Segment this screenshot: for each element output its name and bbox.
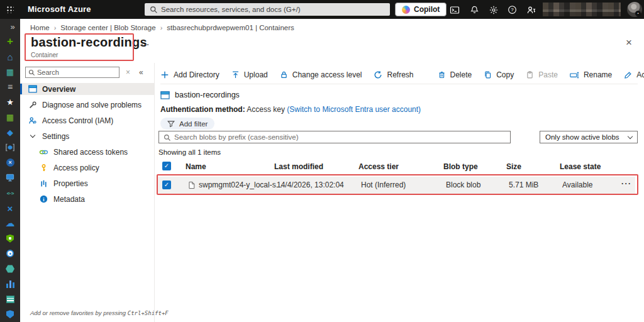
nav-item-access-control[interactable]: Access Control (IAM) [20,114,154,126]
close-icon[interactable]: × [626,37,632,48]
nav-item-access-policy[interactable]: Access policy [20,162,154,174]
nav-search-clear-icon[interactable]: × [126,68,130,77]
copilot-button[interactable]: Copilot [395,3,447,16]
chevron-down-icon [628,134,633,139]
pen-icon [624,71,632,79]
link-chain-icon [39,147,48,157]
col-header-name[interactable]: Name [186,162,206,171]
cross-connection-icon[interactable]: × [0,201,20,216]
auth-method-label: Authentication method: [160,105,245,114]
paste-icon [526,70,534,79]
delete-button[interactable]: Delete [438,70,472,79]
blob-state-dropdown[interactable]: Only show active blobs [540,131,638,143]
rename-icon [570,71,579,79]
toolbar-divider-line [160,84,638,84]
nav-item-diagnose[interactable]: Diagnose and solve problems [20,99,154,111]
container-icon [160,91,170,99]
nav-group-settings[interactable]: Settings [20,130,154,142]
col-header-size[interactable]: Size [506,162,521,171]
overview-icon [28,84,37,94]
nav-item-properties[interactable]: Properties [20,177,154,189]
blob-name-link[interactable]: swpmgmt024-y_local-s... [188,180,282,189]
cloud-shell-icon[interactable] [449,4,460,15]
notifications-bell-icon[interactable] [469,4,480,15]
svg-text:?: ? [511,7,514,13]
breadcrumb-storage-account[interactable]: stbasrechubprdwepwem01 | Containers [167,24,294,31]
nav-search[interactable] [25,67,119,78]
resource-nav: × « Overview Diagnose and solve problems… [20,63,155,322]
expand-rail-icon[interactable]: » [5,19,20,34]
add-filter-button[interactable]: Add filter [160,118,214,130]
waffle-menu-icon[interactable] [6,6,14,13]
resource-groups-icon[interactable]: ◆ [0,125,20,140]
avatar[interactable]: • [627,2,642,17]
row-more-button[interactable]: ··· [621,179,632,188]
favorites-star-icon[interactable]: ★ [0,94,20,109]
managed-apps-icon[interactable] [0,140,20,155]
copy-button[interactable]: Copy [484,70,514,79]
global-search-input[interactable] [161,3,384,16]
page-subtitle: Container [31,52,58,58]
switch-auth-link[interactable]: (Switch to Microsoft Entra user account) [287,105,421,114]
container-label-row: bastion-recordings [160,91,240,99]
queues-icon[interactable] [0,292,20,307]
feedback-person-icon[interactable] [526,4,536,15]
copilot-icon [402,6,410,14]
breadcrumb-storage-center[interactable]: Storage center | Blob Storage [60,24,155,31]
lock-badge-icon: • [635,11,641,16]
all-services-icon[interactable]: ≡ [0,79,20,94]
auth-method-value: Access key [247,105,285,114]
azure-portal-title: Microsoft Azure [28,0,91,19]
all-resources-icon[interactable]: ▦ [0,110,20,125]
nav-item-metadata[interactable]: i Metadata [20,193,154,205]
cost-management-icon[interactable] [0,277,20,292]
breadcrumb-separator: › [160,24,163,31]
security-center-shield-icon[interactable] [0,231,20,246]
api-management-icon[interactable]: <··> [0,186,20,201]
breadcrumb-home[interactable]: Home [30,24,50,31]
col-header-lease-state[interactable]: Lease state [560,162,601,171]
nav-item-overview[interactable]: Overview [20,83,154,95]
nav-item-shared-access-tokens[interactable]: Shared access tokens [20,146,154,158]
defender-shield-icon[interactable] [0,307,20,322]
select-all-checkbox[interactable]: ✓ [162,162,171,170]
items-count: Showing all 1 items [158,148,221,156]
table-row[interactable]: ✓ swpmgmt024-y_local-s... 14/4/2026, 13:… [157,177,635,194]
blob-search-input[interactable] [174,131,508,143]
service-hub-hexagon-icon[interactable] [0,262,20,277]
col-header-blob-type[interactable]: Blob type [443,162,478,171]
cloud-icon[interactable]: ☁ [0,216,20,231]
cell-access-tier: Hot (Inferred) [361,180,406,189]
monitor-gauge-icon[interactable] [0,246,20,261]
blob-toolbar: Add Directory Upload Change access level… [160,67,638,82]
nav-search-input[interactable] [37,67,118,77]
global-search[interactable] [145,3,390,16]
title-more-menu[interactable]: ... [141,38,150,47]
refresh-button[interactable]: Refresh [374,70,413,79]
dashboard-icon[interactable]: ▦ [0,64,20,79]
change-access-level-button[interactable]: Change access level [280,70,362,79]
favorites-hint: Add or remove favorites by pressing Ctrl… [30,309,169,316]
home-icon[interactable]: ⌂ [0,49,20,64]
settings-gear-icon[interactable] [488,4,499,15]
col-header-last-modified[interactable]: Last modified [274,162,323,171]
virtual-machines-icon[interactable] [0,170,20,186]
copilot-label: Copilot [414,5,440,14]
account-info-blurred [543,3,621,16]
search-icon [164,134,171,142]
cell-blob-type: Block blob [446,180,480,189]
refresh-icon [374,70,382,79]
upload-button[interactable]: Upload [231,70,268,79]
col-header-access-tier[interactable]: Access tier [358,162,399,171]
acquire-lease-button[interactable]: Acquire lease [624,70,644,79]
lock-icon [280,70,288,79]
help-icon[interactable]: ? [507,4,518,15]
row-checkbox[interactable]: ✓ [162,180,171,189]
nav-collapse-icon[interactable]: « [139,68,143,77]
add-directory-button[interactable]: Add Directory [160,70,219,79]
rename-button[interactable]: Rename [570,70,612,79]
traffic-manager-icon[interactable]: ✕ [0,155,20,170]
cell-size: 5.71 MiB [509,180,538,189]
blob-search[interactable] [158,131,511,143]
create-resource-icon[interactable]: + [0,34,20,49]
